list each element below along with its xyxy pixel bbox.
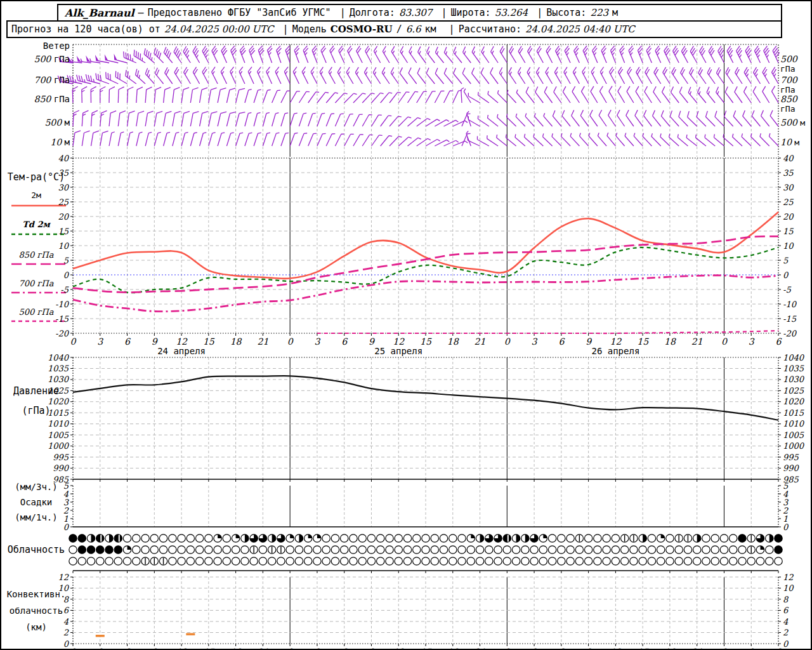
y-tick-label: 15 [58, 227, 69, 236]
y-tick-label: 35 [783, 168, 794, 178]
y-tick-label: 10 [58, 583, 69, 593]
y-tick-label: 995 [53, 453, 69, 462]
x-tick-label: 21 [475, 647, 486, 650]
wind-level-label-500: 500 м [780, 117, 812, 128]
x-tick-label: 0 [504, 336, 511, 347]
wind-level-label-850: 850 гПа [780, 94, 812, 114]
y-tick-label: 10 [783, 583, 794, 593]
wind-level-label-500: 500 гПа [780, 54, 812, 74]
x-tick-label: 6 [341, 647, 348, 650]
x-tick-label: 18 [230, 647, 242, 650]
y-tick-label: 0 [783, 522, 789, 532]
x-tick-label: 15 [637, 336, 649, 347]
y-tick-label: 1035 [783, 364, 804, 373]
wind-level-label-500: 500 м [3, 117, 70, 128]
y-tick-label: 15 [783, 227, 794, 236]
x-tick-label: 6 [124, 336, 131, 347]
y-tick-label: 3 [783, 498, 789, 507]
y-tick-label: 990 [783, 463, 800, 473]
x-tick-label: 3 [314, 336, 320, 347]
x-tick-label: 0 [287, 647, 294, 650]
y-tick-label: 4 [63, 617, 69, 627]
wind-level-label-700: 700 гПа [780, 75, 812, 95]
x-tick-label: 9 [369, 336, 375, 347]
y-tick-label: -15 [55, 314, 69, 324]
y-tick-label: 1010 [48, 419, 70, 428]
y-tick-label: 8 [783, 595, 789, 604]
x-tick-label: 3 [97, 336, 103, 347]
wind-level-label-850: 850 гПа [3, 94, 70, 104]
y-tick-label: 6 [63, 606, 70, 615]
y-tick-label: 1000 [48, 441, 70, 451]
y-tick-label: 30 [783, 183, 794, 192]
x-tick-label: 3 [749, 336, 755, 347]
y-tick-label: 0 [783, 270, 789, 280]
y-tick-label: 1020 [48, 397, 70, 406]
convective-cloud-bar [96, 635, 105, 637]
cloud-row-2 [69, 557, 782, 565]
wind-level-label-10: 10 м [780, 137, 812, 147]
y-tick-label: 5 [63, 256, 69, 265]
wind-barb-row-4 [73, 130, 780, 149]
y-tick-label: 10 [58, 241, 69, 251]
y-tick-label: 1 [783, 514, 788, 524]
x-tick-label: 0 [504, 647, 511, 650]
y-tick-label: 990 [53, 463, 70, 473]
y-tick-label: -10 [783, 300, 797, 309]
y-tick-label: -20 [783, 329, 797, 338]
x-tick-label: 3 [532, 336, 538, 347]
y-tick-label: 20 [783, 212, 794, 222]
x-tick-label: 18 [664, 647, 676, 650]
cloud-row-0 [69, 534, 782, 542]
x-tick-label: 15 [203, 336, 215, 347]
x-tick-label: 21 [691, 336, 703, 347]
y-tick-label: 25 [783, 197, 794, 207]
x-tick-label: 0 [287, 336, 294, 347]
x-tick-label: 18 [447, 647, 459, 650]
x-tick-label: 3 [97, 647, 103, 650]
x-tick-label: 12 [176, 647, 188, 650]
x-tick-label: 3 [314, 647, 320, 650]
y-tick-label: 2 [63, 628, 69, 637]
y-tick-label: 20 [58, 212, 69, 222]
x-tick-label: 9 [152, 647, 158, 650]
y-tick-label: 5 [783, 256, 789, 265]
x-tick-label: 3 [532, 647, 538, 650]
y-tick-label: 10 [783, 241, 794, 251]
x-tick-label: 6 [776, 647, 782, 650]
x-tick-label: 15 [420, 336, 432, 347]
y-tick-label: 2 [63, 506, 69, 515]
y-tick-label: 5 [783, 481, 789, 491]
wind-barb-row-3 [73, 110, 783, 129]
x-tick-label: 6 [558, 336, 565, 347]
y-tick-label: 1030 [783, 375, 805, 384]
x-tick-label: 21 [257, 647, 268, 650]
y-tick-label: 1000 [783, 441, 805, 451]
x-tick-label: 18 [664, 336, 676, 347]
date-label: 24 апреля [157, 346, 206, 356]
wind-level-label-700: 700 гПа [3, 75, 70, 85]
y-tick-label: 4 [783, 617, 789, 627]
x-tick-label: 9 [586, 647, 592, 650]
y-tick-label: 5 [63, 481, 69, 491]
y-tick-label: -20 [55, 329, 70, 338]
wind-barb-row-0 [58, 46, 783, 63]
x-tick-label: 15 [420, 647, 432, 650]
wind-barb-row-1 [57, 67, 783, 84]
convective-cloud-bar [186, 633, 195, 635]
y-tick-label: 3 [63, 498, 70, 507]
date-label: 26 апреля [591, 346, 639, 356]
y-tick-label: 40 [58, 154, 69, 163]
x-tick-label: 21 [475, 336, 486, 347]
x-tick-label: 6 [776, 336, 782, 347]
y-tick-label: 8 [63, 595, 70, 604]
y-tick-label: -10 [55, 300, 70, 309]
y-tick-label: 1025 [783, 386, 804, 395]
y-tick-label: 6 [783, 606, 789, 615]
x-tick-label: 9 [369, 647, 375, 650]
meteogram-plot: -20-20-15-15-10-10-5-5005510101515202025… [1, 1, 812, 650]
x-tick-label: 12 [393, 336, 405, 347]
x-tick-label: 12 [393, 647, 405, 650]
y-tick-label: 2 [783, 506, 789, 515]
x-tick-label: 0 [721, 336, 728, 347]
